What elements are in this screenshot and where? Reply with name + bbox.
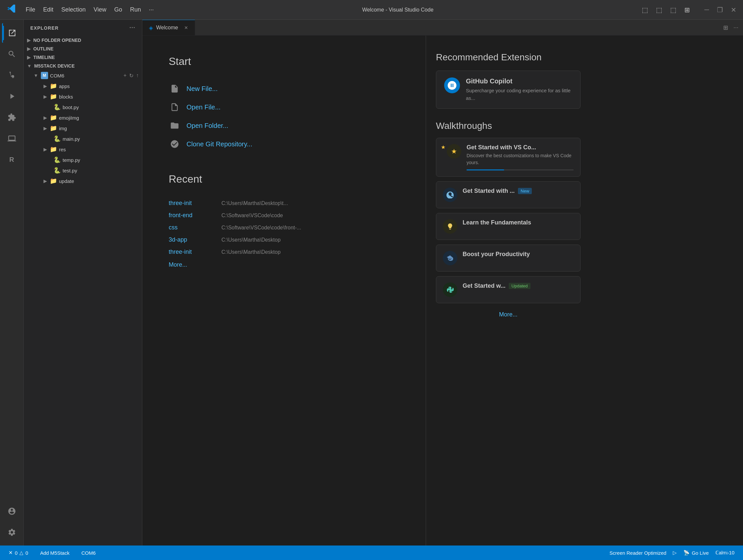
activity-source-control[interactable] [2,65,22,85]
maximize-button[interactable]: ❐ [717,6,723,14]
open-file-action[interactable]: Open File... [169,98,399,116]
timeline-section[interactable]: ▶ TIMELINE [24,53,142,61]
blocks-folder-icon: 📁 [50,93,57,100]
star-icon: ★ [441,144,445,150]
com6-add-button[interactable]: + [124,73,127,79]
explorer-more-button[interactable]: ··· [130,25,135,31]
walkthrough-linux-icon [443,187,457,202]
layout-icon-4[interactable]: ⊞ [684,6,690,14]
minimize-button[interactable]: ─ [704,6,709,13]
status-errors[interactable]: ✕ 0 △ 0 [6,549,31,557]
file-main-py[interactable]: 🐍 main.py [24,133,142,144]
status-add-m5stack[interactable]: Add M5Stack [38,549,72,557]
tab-more-button[interactable]: ··· [734,24,738,31]
open-file-icon [169,101,181,113]
com6-status-label: COM6 [81,550,95,556]
status-notifications[interactable]: ℂalm♭10 [713,549,737,557]
menu-view[interactable]: View [94,6,106,13]
recent-item-2[interactable]: css C:\Software\VSCode\code\front-... [169,221,399,234]
walkthrough-fundamentals[interactable]: Learn the Fundamentals [436,213,580,240]
walkthrough-python[interactable]: Get Started w... Updated [436,276,580,303]
menu-edit[interactable]: Edit [43,6,53,13]
com6-refresh-button[interactable]: ↻ [129,73,133,79]
folder-emojiimg[interactable]: ▶ 📁 emojiImg [24,113,142,123]
new-file-icon [169,83,181,95]
menu-more[interactable]: ··· [149,6,154,13]
file-temp-py[interactable]: 🐍 temp.py [24,155,142,165]
new-file-action[interactable]: New File... [169,79,399,98]
outline-arrow: ▶ [27,46,31,51]
activity-account[interactable] [2,501,22,521]
activity-remote-explorer[interactable] [2,129,22,148]
menu-file[interactable]: File [26,6,35,13]
recent-path-1: C:\Software\VSCode\code [221,213,283,219]
folder-blocks[interactable]: ▶ 📁 blocks [24,91,142,102]
recent-item-0[interactable]: three-init C:\Users\Martha\Desktop\t... [169,197,399,209]
main-layout: R EXPLORER ··· ▶ NO FOLDER OPENED [0,20,743,546]
menu-selection[interactable]: Selection [61,6,86,13]
layout-icon-2[interactable]: ⬚ [656,6,662,14]
layout-icon-3[interactable]: ⬚ [670,6,676,14]
file-test-py[interactable]: 🐍 test.py [24,165,142,176]
activity-r[interactable]: R [2,149,22,169]
sidebar: EXPLORER ··· ▶ NO FOLDER OPENED ▶ OUTLIN… [24,20,142,546]
activity-extensions[interactable] [2,107,22,127]
m5stack-section[interactable]: ▼ M5STACK DEVICE [24,61,142,70]
activity-run-debug[interactable] [2,86,22,106]
walkthrough-productivity[interactable]: Boost your Productivity [436,245,580,271]
walkthrough-get-started-vs[interactable]: ★ ★ Get Started with VS Co... Discover t… [436,138,580,177]
no-folder-section[interactable]: ▶ NO FOLDER OPENED [24,36,142,44]
more-recent-link[interactable]: More... [169,261,187,268]
walkthrough-vs-info: Get Started with VS Co... Discover the b… [467,144,574,170]
folder-apps[interactable]: ▶ 📁 apps [24,81,142,91]
folder-update[interactable]: ▶ 📁 update [24,176,142,186]
test-py-icon: 🐍 [53,167,60,174]
activity-explorer[interactable] [2,23,22,43]
explorer-actions: ··· [130,25,135,31]
walkthrough-star-icon: ★ [447,144,461,159]
com6-upload-button[interactable]: ↑ [136,73,139,79]
clone-git-action[interactable]: Clone Git Repository... [169,135,399,153]
outline-section[interactable]: ▶ OUTLINE [24,44,142,53]
file-boot-py[interactable]: 🐍 boot.py [24,102,142,113]
folder-res[interactable]: ▶ 📁 res [24,144,142,155]
img-arrow: ▶ [43,126,47,131]
activity-settings[interactable] [2,522,22,542]
res-folder-icon: 📁 [50,146,57,153]
activity-search[interactable] [2,44,22,64]
update-folder-icon: 📁 [50,177,57,184]
update-label: update [59,178,74,184]
menu-run[interactable]: Run [130,6,141,13]
timeline-label: TIMELINE [33,55,55,60]
apps-label: apps [59,83,70,89]
apps-folder-icon: 📁 [50,82,57,90]
folder-img[interactable]: ▶ 📁 img [24,123,142,133]
welcome-left: Start New File... Open Fil [142,36,426,546]
com6-row[interactable]: ▼ M COM6 + ↻ ↑ [24,70,142,81]
split-editor-button[interactable]: ⊞ [723,24,728,31]
window-title: Welcome - Visual Studio Code [164,7,632,13]
add-m5stack-label: Add M5Stack [40,550,70,556]
walkthrough-get-started-new[interactable]: Get Started with ... New [436,181,580,208]
tab-welcome[interactable]: ◈ Welcome ✕ [142,20,195,35]
blocks-arrow: ▶ [43,94,47,99]
recent-item-3[interactable]: 3d-app C:\Users\Martha\Desktop [169,234,399,246]
recent-name-0: three-init [169,200,215,207]
recent-item-4[interactable]: three-init C:\Users\Martha\Desktop [169,246,399,258]
walkthrough-fundamentals-name: Learn the Fundamentals [463,219,531,226]
timeline-arrow: ▶ [27,55,31,60]
close-button[interactable]: ✕ [731,6,736,14]
recent-title: Recent [169,173,399,185]
open-folder-action[interactable]: Open Folder... [169,116,399,135]
status-com6[interactable]: COM6 [79,549,98,557]
status-go-live[interactable]: 📡 Go Live [681,549,711,557]
status-screen-reader[interactable]: Screen Reader Optimized [607,549,669,557]
menu-go[interactable]: Go [114,6,122,13]
recent-item-1[interactable]: front-end C:\Software\VSCode\code [169,209,399,221]
status-play-button[interactable]: ▷ [670,549,680,557]
tab-welcome-close[interactable]: ✕ [184,25,188,30]
layout-icon-1[interactable]: ⬚ [642,6,648,14]
more-walkthroughs-link[interactable]: More... [436,308,580,321]
github-copilot-desc: Supercharge your coding experience for a… [466,87,572,102]
github-copilot-card[interactable]: GitHub Copilot Supercharge your coding e… [436,71,580,109]
